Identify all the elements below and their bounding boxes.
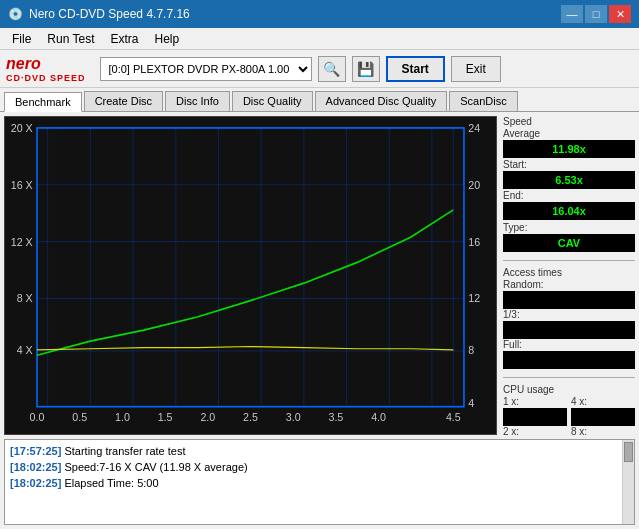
menu-run-test[interactable]: Run Test [39, 30, 102, 48]
minimize-button[interactable]: — [561, 5, 583, 23]
log-ts-0: [17:57:25] [10, 445, 61, 457]
svg-text:4.0: 4.0 [371, 411, 386, 423]
speed-label: Speed [503, 116, 635, 127]
access-random-label: Random: [503, 279, 635, 290]
svg-text:24: 24 [468, 122, 480, 134]
access-full-value [503, 351, 635, 369]
access-section: Access times Random: 1/3: Full: [503, 267, 635, 369]
log-text-0: Starting transfer rate test [64, 445, 185, 457]
svg-text:12 X: 12 X [11, 236, 33, 248]
chart-area: 20 X 16 X 12 X 8 X 4 X 24 20 16 12 8 4 [4, 116, 497, 435]
svg-text:12: 12 [468, 292, 480, 304]
nero-logo: nero CD·DVD SPEED [6, 55, 86, 83]
window-title: Nero CD-DVD Speed 4.7.7.16 [29, 7, 190, 21]
nero-brand: nero [6, 55, 41, 73]
speed-start-label: Start: [503, 159, 527, 170]
cpu-8x-label: 8 x: [571, 426, 635, 437]
tab-disc-info[interactable]: Disc Info [165, 91, 230, 111]
window-controls: — □ ✕ [561, 5, 631, 23]
access-random-value [503, 291, 635, 309]
cdspeed-brand: CD·DVD SPEED [6, 73, 86, 83]
log-ts-1: [18:02:25] [10, 461, 61, 473]
log-scrollbar[interactable] [622, 440, 634, 524]
scrollbar-thumb[interactable] [624, 442, 633, 462]
svg-text:8: 8 [468, 344, 474, 356]
menu-extra[interactable]: Extra [102, 30, 146, 48]
access-label: Access times [503, 267, 635, 278]
svg-text:20: 20 [468, 179, 480, 191]
svg-text:16: 16 [468, 236, 480, 248]
tab-disc-quality[interactable]: Disc Quality [232, 91, 313, 111]
svg-text:0.0: 0.0 [30, 411, 45, 423]
speed-type-value: CAV [503, 234, 635, 252]
svg-text:1.0: 1.0 [115, 411, 130, 423]
tab-scan-disc[interactable]: ScanDisc [449, 91, 517, 111]
title-bar: 💿 Nero CD-DVD Speed 4.7.7.16 — □ ✕ [0, 0, 639, 28]
divider-1 [503, 260, 635, 261]
access-third-value [503, 321, 635, 339]
speed-average-value: 11.98x [503, 140, 635, 158]
log-entry-0: [17:57:25] Starting transfer rate test [10, 443, 629, 459]
speed-end-value: 16.04x [503, 202, 635, 220]
speed-start-value: 6.53x [503, 171, 635, 189]
access-full-label: Full: [503, 339, 635, 350]
svg-text:20 X: 20 X [11, 122, 33, 134]
tab-create-disc[interactable]: Create Disc [84, 91, 163, 111]
svg-text:16 X: 16 X [11, 179, 33, 191]
cpu-4x-value [571, 408, 635, 426]
menu-bar: File Run Test Extra Help [0, 28, 639, 50]
log-text-2: Elapsed Time: 5:00 [64, 477, 158, 489]
tab-benchmark[interactable]: Benchmark [4, 92, 82, 112]
toolbar: nero CD·DVD SPEED [0:0] PLEXTOR DVDR PX-… [0, 50, 639, 88]
right-panel: Speed Average 11.98x Start: 6.53x End: 1… [499, 112, 639, 437]
speed-chart: 20 X 16 X 12 X 8 X 4 X 24 20 16 12 8 4 [5, 117, 496, 434]
svg-text:1.5: 1.5 [158, 411, 173, 423]
svg-text:8 X: 8 X [17, 292, 33, 304]
svg-text:4: 4 [468, 397, 474, 409]
svg-text:3.5: 3.5 [328, 411, 343, 423]
speed-end-label: End: [503, 190, 524, 201]
drive-select[interactable]: [0:0] PLEXTOR DVDR PX-800A 1.00 [100, 57, 312, 81]
svg-text:3.0: 3.0 [286, 411, 301, 423]
start-button[interactable]: Start [386, 56, 445, 82]
refresh-button[interactable]: 🔍 [318, 56, 346, 82]
log-text-1: Speed:7-16 X CAV (11.98 X average) [64, 461, 247, 473]
svg-text:2.0: 2.0 [200, 411, 215, 423]
cpu-2x-label: 2 x: [503, 426, 567, 437]
cpu-1x-value [503, 408, 567, 426]
app-icon: 💿 [8, 7, 23, 21]
svg-text:0.5: 0.5 [72, 411, 87, 423]
menu-file[interactable]: File [4, 30, 39, 48]
log-entry-2: [18:02:25] Elapsed Time: 5:00 [10, 475, 629, 491]
speed-average-label: Average [503, 128, 635, 139]
exit-button[interactable]: Exit [451, 56, 501, 82]
content-area: 20 X 16 X 12 X 8 X 4 X 24 20 16 12 8 4 [0, 112, 639, 529]
tabs: Benchmark Create Disc Disc Info Disc Qua… [0, 88, 639, 112]
upper-content: 20 X 16 X 12 X 8 X 4 X 24 20 16 12 8 4 [0, 112, 639, 437]
cpu-label: CPU usage [503, 384, 635, 395]
close-button[interactable]: ✕ [609, 5, 631, 23]
speed-section: Speed Average 11.98x Start: 6.53x End: 1… [503, 116, 635, 252]
svg-text:4.5: 4.5 [446, 411, 461, 423]
speed-type-label: Type: [503, 222, 635, 233]
svg-rect-0 [5, 117, 496, 434]
maximize-button[interactable]: □ [585, 5, 607, 23]
menu-help[interactable]: Help [147, 30, 188, 48]
cpu-section: CPU usage 1 x: 2 x: 4 x: 8 x: [503, 384, 635, 437]
svg-text:4 X: 4 X [17, 344, 33, 356]
save-button[interactable]: 💾 [352, 56, 380, 82]
cpu-1x-label: 1 x: [503, 396, 567, 407]
cpu-4x-label: 4 x: [571, 396, 635, 407]
svg-text:2.5: 2.5 [243, 411, 258, 423]
divider-2 [503, 377, 635, 378]
access-third-label: 1/3: [503, 309, 635, 320]
log-entry-1: [18:02:25] Speed:7-16 X CAV (11.98 X ave… [10, 459, 629, 475]
tab-advanced-disc-quality[interactable]: Advanced Disc Quality [315, 91, 448, 111]
log-area[interactable]: [17:57:25] Starting transfer rate test [… [4, 439, 635, 525]
log-ts-2: [18:02:25] [10, 477, 61, 489]
